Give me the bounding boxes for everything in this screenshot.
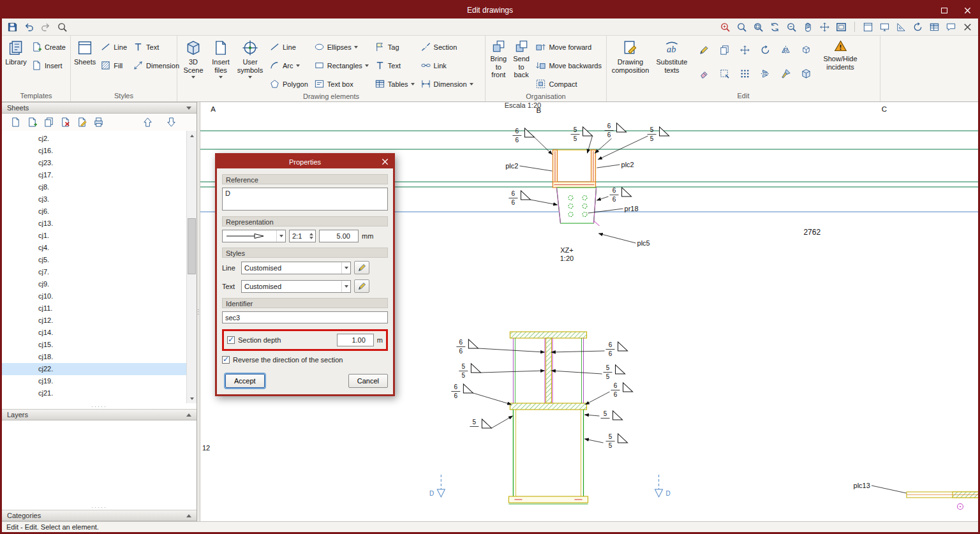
zoom-previous-button[interactable] bbox=[720, 22, 731, 33]
draw-rectangles-button[interactable]: Rectangles bbox=[312, 57, 371, 73]
mirror-element-button[interactable] bbox=[776, 41, 794, 59]
print-sheet-button[interactable] bbox=[91, 115, 106, 130]
array-button[interactable] bbox=[736, 64, 754, 82]
rotate-element-button[interactable] bbox=[756, 41, 774, 59]
scroll-down-button[interactable] bbox=[187, 394, 197, 403]
sheet-item-selected[interactable]: cj22. bbox=[2, 363, 186, 375]
copy-element-button[interactable] bbox=[715, 41, 733, 59]
edit-sheet-button[interactable] bbox=[75, 115, 89, 130]
draw-ellipses-button[interactable]: Ellipses bbox=[312, 39, 371, 55]
scene-3d-button[interactable]: 3D Scene bbox=[180, 37, 207, 92]
extrude-3d-button[interactable] bbox=[797, 41, 815, 59]
sheet-item[interactable]: cj3. bbox=[2, 193, 186, 205]
library-button[interactable]: Library bbox=[4, 37, 27, 91]
sheet-item[interactable]: cj10. bbox=[2, 290, 186, 302]
section-depth-checkbox[interactable] bbox=[227, 336, 235, 344]
sheet-item[interactable]: cj8. bbox=[2, 181, 186, 193]
move-sheet-down-button[interactable] bbox=[164, 115, 179, 130]
panel-resize-handle[interactable] bbox=[2, 403, 197, 409]
draw-polygon-button[interactable]: Polygon bbox=[267, 76, 310, 92]
draw-text-button[interactable]: Text bbox=[373, 57, 417, 73]
sheet-item[interactable]: cj5. bbox=[2, 254, 186, 266]
zoom-extents-button[interactable] bbox=[736, 22, 747, 33]
draw-tables-button[interactable]: Tables bbox=[373, 76, 417, 92]
show-hide-incidents-button[interactable]: Show/Hide incidents bbox=[820, 37, 860, 91]
dual-view-button[interactable] bbox=[879, 22, 890, 33]
sheet-item[interactable]: cj16. bbox=[2, 145, 186, 157]
full-window-button[interactable] bbox=[863, 22, 873, 33]
sheet-item[interactable]: cj12. bbox=[2, 315, 186, 327]
panel-resize-handle[interactable] bbox=[2, 504, 197, 510]
sheet-item[interactable]: cj6. bbox=[2, 205, 186, 218]
match-properties-button[interactable] bbox=[776, 64, 794, 82]
edit-line-style-button[interactable] bbox=[354, 261, 369, 274]
compact-button[interactable]: Compact bbox=[533, 76, 604, 92]
sheet-item[interactable]: cj19. bbox=[2, 375, 186, 387]
erase-button[interactable] bbox=[695, 64, 713, 82]
send-to-back-button[interactable]: Send to back bbox=[511, 37, 532, 92]
sheet-item[interactable]: cj2. bbox=[2, 133, 186, 145]
zoom-out-button[interactable] bbox=[786, 22, 797, 33]
bring-to-front-button[interactable]: Bring to front bbox=[488, 37, 509, 92]
draw-dimension-button[interactable]: Dimension bbox=[419, 76, 475, 92]
section-depth-input[interactable]: 1.00 bbox=[337, 334, 374, 346]
move-element-button[interactable] bbox=[736, 41, 754, 59]
insert-template-button[interactable]: Insert bbox=[29, 57, 68, 73]
text-style-dropdown[interactable]: Customised bbox=[241, 280, 351, 293]
sheet-item[interactable]: cj4. bbox=[2, 242, 186, 254]
orbit-button[interactable] bbox=[912, 22, 923, 33]
sheet-item[interactable]: cj21. bbox=[2, 387, 186, 399]
capture-view-button[interactable] bbox=[836, 22, 847, 33]
sheet-list-scrollbar[interactable] bbox=[186, 131, 197, 403]
move-backwards-button[interactable]: Move backwards bbox=[533, 57, 604, 73]
stretch-select-button[interactable] bbox=[715, 64, 733, 82]
scroll-up-button[interactable] bbox=[187, 131, 197, 140]
fill-style-button[interactable]: Fill bbox=[98, 57, 129, 73]
sheet-item[interactable]: cj7. bbox=[2, 266, 186, 278]
sheet-item[interactable]: cj13. bbox=[2, 218, 186, 230]
accept-button[interactable]: Accept bbox=[225, 374, 265, 388]
sheet-item[interactable]: cj17. bbox=[2, 169, 186, 181]
add-sheet-button[interactable] bbox=[25, 115, 40, 130]
new-sheet-button[interactable] bbox=[8, 115, 23, 130]
comment-button[interactable] bbox=[946, 22, 956, 33]
sheets-panel-header[interactable]: Sheets bbox=[2, 102, 197, 114]
dialog-close-button[interactable] bbox=[380, 156, 390, 167]
identifier-input[interactable]: sec3 bbox=[222, 311, 388, 323]
pen-size-input[interactable]: 5.00 bbox=[319, 230, 359, 242]
reference-input[interactable]: D bbox=[222, 188, 388, 211]
edit-text-style-button[interactable] bbox=[354, 279, 369, 293]
undo-button[interactable] bbox=[24, 22, 34, 33]
scrollbar-thumb[interactable] bbox=[188, 218, 196, 274]
sheets-style-button[interactable]: Sheets bbox=[73, 37, 96, 91]
draw-arc-button[interactable]: Arc bbox=[267, 57, 310, 73]
draw-link-button[interactable]: Link bbox=[419, 57, 475, 73]
redo-button[interactable] bbox=[40, 22, 51, 33]
redraw-button[interactable] bbox=[769, 22, 780, 33]
drawing-composition-button[interactable]: Drawing composition bbox=[609, 37, 651, 91]
insert-files-button[interactable]: Insert files bbox=[209, 37, 233, 92]
pan-button[interactable] bbox=[803, 22, 813, 33]
sheet-item[interactable]: cj14. bbox=[2, 327, 186, 339]
line-style-dropdown[interactable]: Customised bbox=[241, 262, 351, 274]
reverse-direction-checkbox[interactable] bbox=[222, 356, 230, 364]
sheet-setup-button[interactable] bbox=[929, 22, 940, 33]
categories-panel-header[interactable]: Categories bbox=[2, 510, 197, 521]
move-forward-button[interactable]: Move forward bbox=[533, 39, 604, 55]
set-square-button[interactable] bbox=[896, 22, 907, 33]
sheet-item[interactable]: cj23. bbox=[2, 157, 186, 169]
dimension-style-button[interactable]: Dimension bbox=[131, 57, 181, 73]
view-3d-button[interactable] bbox=[797, 64, 815, 82]
text-style-button[interactable]: Text bbox=[131, 39, 181, 55]
spinner-arrows[interactable] bbox=[309, 233, 315, 239]
draw-text-box-button[interactable]: Text box bbox=[312, 76, 371, 92]
layers-panel-header[interactable]: Layers bbox=[2, 409, 197, 420]
symmetry-button[interactable] bbox=[756, 64, 774, 82]
move-view-button[interactable] bbox=[819, 22, 830, 33]
save-button[interactable] bbox=[7, 22, 18, 33]
cancel-button[interactable]: Cancel bbox=[348, 374, 388, 388]
user-symbols-button[interactable]: User symbols bbox=[235, 37, 265, 92]
scrollbar-track[interactable] bbox=[187, 140, 197, 394]
draw-tag-button[interactable]: Tag bbox=[373, 39, 417, 55]
line-style-button[interactable]: Line bbox=[98, 39, 129, 55]
